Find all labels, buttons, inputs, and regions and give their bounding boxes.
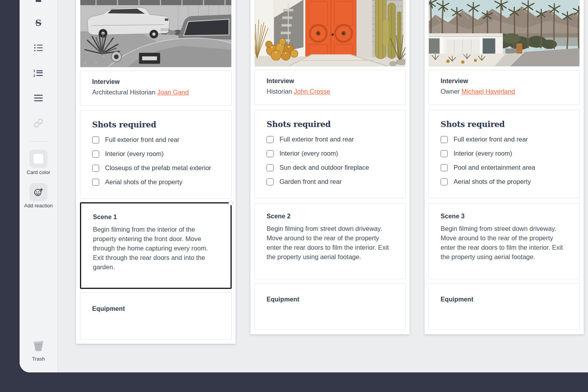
checkbox-label: Interior (every room)	[454, 150, 512, 157]
scene-title: Scene 2	[267, 213, 394, 220]
shot-item: Garden front and rear	[267, 178, 394, 185]
card-color-label: Card color	[27, 169, 50, 175]
scene-text: Begin filming from the interior of the p…	[93, 225, 219, 272]
equipment-heading: Equipment	[92, 305, 220, 312]
equipment-heading: Equipment	[441, 296, 568, 303]
format-toolbar: S 1 2	[20, 0, 58, 372]
shot-item: Pool and entertainment area	[441, 164, 568, 171]
checkbox-label: Full exterior front and rear	[279, 136, 354, 143]
scene-card-selected[interactable]: Scene 1 Begin filming from the interior …	[80, 202, 232, 289]
interview-link[interactable]: Michael Haverland	[461, 88, 515, 95]
app-surface: S 1 2	[20, 0, 588, 372]
interview-link[interactable]: John Crosse	[294, 88, 330, 95]
photo-card-vintage-cars[interactable]	[80, 0, 232, 67]
strikethrough-button[interactable]: S	[30, 14, 47, 31]
board-canvas[interactable]: Interview Architectural Historian Joan G…	[58, 0, 588, 372]
checkbox[interactable]	[267, 178, 274, 185]
column-panel-1[interactable]: Interview Architectural Historian Joan G…	[76, 0, 236, 344]
photo-card-orange-door[interactable]	[254, 0, 406, 67]
scene-card[interactable]: Scene 3 Begin filming from street down d…	[428, 203, 580, 279]
shot-item: Interior (every room)	[441, 150, 568, 157]
equipment-heading: Equipment	[267, 296, 394, 303]
checkbox[interactable]	[92, 179, 99, 186]
scene-title: Scene 1	[93, 214, 219, 221]
scene-text: Begin filming from street down driveway.…	[441, 224, 568, 261]
interview-link[interactable]: Joan Gand	[157, 89, 189, 96]
checkbox[interactable]	[267, 164, 274, 171]
interview-heading: Interview	[92, 78, 220, 85]
shots-required-card[interactable]: Shots required Full exterior front and r…	[254, 110, 406, 198]
bullet-list-button[interactable]	[30, 39, 47, 56]
checkbox-label: Aerial shots of the property	[454, 178, 531, 185]
link-icon	[34, 118, 43, 128]
interview-card[interactable]: Interview Owner Michael Haverland	[428, 70, 580, 105]
shots-heading: Shots required	[92, 120, 220, 129]
shots-required-card[interactable]: Shots required Full exterior front and r…	[80, 110, 232, 199]
checkbox[interactable]	[92, 165, 99, 172]
shot-item: Sun deck and outdoor fireplace	[267, 164, 394, 171]
shots-heading: Shots required	[441, 120, 568, 129]
shot-item: Full exterior front and rear	[441, 136, 568, 143]
align-lines-button[interactable]	[30, 89, 47, 107]
numbered-list-icon: 1 2	[33, 69, 44, 78]
smiley-plus-icon	[33, 187, 44, 197]
shot-item: Interior (every room)	[267, 150, 394, 157]
checkbox-label: Interior (every room)	[105, 150, 163, 158]
interview-line: Owner Michael Haverland	[441, 88, 568, 95]
trash-icon	[31, 338, 46, 354]
checkbox[interactable]	[441, 136, 448, 143]
svg-text:2: 2	[33, 74, 35, 78]
text-format-partial-icon[interactable]	[36, 0, 41, 2]
checkbox[interactable]	[267, 150, 274, 157]
shot-item: Aerial shots of the property	[92, 178, 220, 186]
photo-card-palm-street[interactable]	[428, 0, 580, 67]
interview-role: Historian	[267, 88, 294, 95]
checkbox-label: Pool and entertainment area	[454, 164, 535, 171]
svg-text:1: 1	[33, 69, 35, 73]
checkbox-label: Full exterior front and rear	[454, 136, 528, 143]
column-panel-2[interactable]: Interview Historian John Crosse Shots re…	[250, 0, 410, 334]
align-lines-icon	[33, 94, 44, 102]
shot-item: Interior (every room)	[92, 150, 220, 158]
interview-card[interactable]: Interview Historian John Crosse	[254, 70, 406, 105]
interview-heading: Interview	[267, 78, 394, 85]
checkbox-label: Garden front and rear	[279, 178, 342, 185]
checkbox[interactable]	[441, 164, 448, 171]
photo-orange-door	[255, 0, 405, 66]
scene-card[interactable]: Scene 2 Begin filming from street down d…	[254, 203, 406, 279]
checkbox[interactable]	[267, 136, 274, 143]
interview-role: Architectural Historian	[92, 89, 157, 96]
equipment-card[interactable]: Equipment	[428, 283, 580, 330]
column-panel-3[interactable]: Interview Owner Michael Haverland Shots …	[425, 0, 584, 334]
link-button[interactable]	[30, 114, 47, 132]
bullet-list-icon	[33, 43, 44, 53]
interview-line: Historian John Crosse	[267, 88, 394, 95]
equipment-card[interactable]: Equipment	[254, 283, 406, 330]
trash-button[interactable]	[28, 336, 49, 355]
equipment-card[interactable]: Equipment	[80, 292, 232, 339]
interview-card[interactable]: Interview Architectural Historian Joan G…	[80, 71, 232, 106]
checkbox-label: Interior (every room)	[279, 150, 338, 157]
shot-item: Full exterior front and rear	[267, 136, 394, 143]
photo-vintage-cars-bw	[80, 0, 231, 67]
checkbox-label: Full exterior front and rear	[105, 136, 180, 143]
scene-text: Begin filming from street down driveway.…	[267, 224, 394, 261]
add-reaction-label: Add reaction	[24, 203, 53, 209]
selection-handle[interactable]	[229, 201, 233, 205]
photo-palm-street	[429, 0, 579, 66]
interview-role: Owner	[441, 88, 461, 95]
strikethrough-icon: S	[35, 18, 42, 27]
checkbox-label: Aerial shots of the property	[105, 178, 182, 186]
checkbox[interactable]	[92, 151, 99, 158]
card-color-button[interactable]	[29, 150, 47, 168]
interview-heading: Interview	[441, 78, 568, 85]
checkbox-label: Sun deck and outdoor fireplace	[279, 164, 369, 171]
checkbox[interactable]	[441, 178, 448, 185]
interview-line: Architectural Historian Joan Gand	[92, 89, 220, 96]
shots-required-card[interactable]: Shots required Full exterior front and r…	[428, 110, 580, 198]
checkbox[interactable]	[441, 150, 448, 157]
checkbox[interactable]	[92, 136, 99, 143]
shot-item: Closeups of the prefab metal exterior	[92, 164, 220, 172]
numbered-list-button[interactable]: 1 2	[30, 65, 47, 82]
add-reaction-button[interactable]	[29, 183, 47, 201]
